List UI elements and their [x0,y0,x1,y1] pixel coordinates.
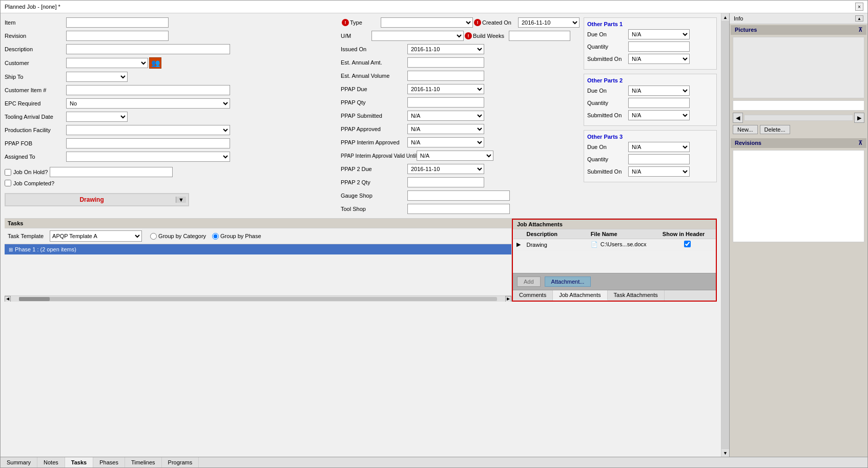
tab-tasks[interactable]: Tasks [65,457,93,467]
production-facility-label: Production Facility [5,127,66,133]
task-attachments-tab[interactable]: Task Attachments [608,290,665,301]
epc-required-row: EPC Required No [5,98,337,109]
close-button[interactable]: × [855,3,863,11]
vertical-scrollbar: ▲ ▼ [721,13,729,457]
group-by-category-input[interactable] [150,233,157,240]
attachments-data-table: Description File Name Show in Header ▶ D… [513,229,716,251]
revisions-collapse-icon[interactable]: ⊼ [858,140,862,146]
horizontal-scroll-track[interactable] [19,297,497,301]
panel-scroll-up[interactable]: ▲ [855,15,863,22]
tasks-toolbar: Task Template APQP Template A Group by C… [5,228,511,244]
est-annual-volume-input[interactable] [407,71,484,81]
ppap-interim-valid-select[interactable]: N/A [417,151,493,161]
ppap-due-select[interactable]: 2016-11-10 [407,84,484,94]
assigned-to-label: Assigned To [5,154,66,160]
job-on-hold-input[interactable] [50,167,173,177]
drawing-row: Drawing ▼ [5,193,337,206]
ppap-submitted-select[interactable]: N/A [407,111,484,121]
pictures-caption-input[interactable] [733,100,864,111]
revision-input[interactable] [66,31,169,41]
ppap-interim-approved-row: PPAP Interim Approved N/A [341,137,580,147]
group-by-phase-radio[interactable]: Group by Phase [212,233,261,240]
scroll-down-button[interactable]: ▼ [721,449,729,457]
tab-notes[interactable]: Notes [37,457,65,467]
op3-due-on-row: Due On N/A [587,142,713,152]
ppap-fob-input[interactable] [66,138,230,148]
op3-submitted-on-select[interactable]: N/A [628,166,690,177]
pictures-scrollbar[interactable] [744,115,853,121]
created-on-select[interactable]: 2016-11-10 [518,17,580,28]
main-content: Item Revision Description [1,13,867,457]
op3-quantity-row: Quantity [587,154,713,164]
add-button[interactable]: Add [517,276,541,287]
item-input[interactable] [66,17,169,28]
group-by-category-radio[interactable]: Group by Category [150,233,206,240]
ppap-qty-input[interactable] [407,97,484,108]
build-weeks-required-icon: ! [465,32,472,39]
est-annual-amt-label: Est. Annual Amt. [341,59,407,66]
created-on-required-icon: ! [474,19,481,26]
scroll-right-btn[interactable]: ▶ [505,296,511,302]
pictures-prev-btn[interactable]: ◀ [733,113,743,123]
ppap2-qty-input[interactable] [407,177,484,187]
scroll-left-btn[interactable]: ◀ [5,296,11,302]
production-facility-select[interactable] [66,125,230,135]
ppap-interim-approved-select[interactable]: N/A [407,137,484,147]
tab-timelines[interactable]: Timelines [125,457,162,467]
pictures-collapse-icon[interactable]: ⊼ [858,27,862,33]
ship-to-select[interactable] [66,72,128,82]
comments-tab[interactable]: Comments [513,290,553,301]
job-on-hold-checkbox[interactable] [5,169,11,176]
op3-submitted-on-label: Submitted On [587,168,628,175]
op2-quantity-input[interactable] [628,98,690,108]
op2-due-on-select[interactable]: N/A [628,86,690,96]
est-annual-amt-input[interactable] [407,57,484,68]
job-on-hold-row: Job On Hold? [5,167,337,177]
ship-to-row: Ship To [5,72,337,82]
build-weeks-input[interactable] [509,31,570,41]
op2-quantity-label: Quantity [587,100,628,106]
op3-due-on-select[interactable]: N/A [628,142,690,152]
op2-submitted-on-select[interactable]: N/A [628,110,690,120]
customer-item-label: Customer Item # [5,87,66,93]
ppap2-due-label: PPAP 2 Due [341,166,407,172]
pictures-delete-btn[interactable]: Delete... [760,125,790,134]
ppap2-due-select[interactable]: 2016-11-10 [407,164,484,174]
job-attachments-tab[interactable]: Job Attachments [553,290,607,301]
assigned-to-select[interactable] [66,152,230,162]
op1-submitted-on-select[interactable]: N/A [628,54,690,64]
description-input[interactable] [66,44,230,54]
um-select[interactable] [371,31,464,41]
op1-quantity-input[interactable] [628,41,690,52]
ppap-approved-select[interactable]: N/A [407,124,484,134]
pictures-new-btn[interactable]: New... [733,125,758,134]
tab-phases[interactable]: Phases [93,457,125,467]
tool-shop-input[interactable] [407,204,510,214]
horizontal-scroll-thumb[interactable] [19,297,50,301]
job-completed-checkbox[interactable] [5,180,11,186]
attachments-tabs: Comments Job Attachments Task Attachment… [513,290,716,301]
group-by-phase-input[interactable] [212,233,219,240]
customer-select[interactable] [66,58,148,68]
type-select[interactable] [381,17,473,28]
tab-summary[interactable]: Summary [1,457,37,467]
task-template-select[interactable]: APQP Template A [50,230,142,242]
epc-required-select[interactable]: No [66,98,230,109]
drawing-dropdown-arrow[interactable]: ▼ [176,197,186,203]
people-icon[interactable]: 👥 [149,57,161,69]
revisions-text-area [733,150,864,242]
customer-item-input[interactable] [66,85,230,95]
show-header-checkbox-1[interactable] [684,241,691,247]
drawing-button[interactable]: Drawing ▼ [5,193,189,206]
attachment-button[interactable]: Attachment... [545,276,591,287]
tab-programs[interactable]: Programs [162,457,199,467]
scroll-track-vertical[interactable] [721,22,729,449]
issued-on-select[interactable]: 2016-11-10 [407,44,484,54]
op1-due-on-select[interactable]: N/A [628,29,690,39]
pictures-next-btn[interactable]: ▶ [854,113,864,123]
tooling-arrival-select[interactable] [66,112,128,122]
op3-quantity-input[interactable] [628,154,690,164]
scroll-up-button[interactable]: ▲ [721,13,729,22]
gauge-shop-input[interactable] [407,190,510,201]
phase-1-row[interactable]: ⊞ Phase 1 : (2 open items) [5,244,511,254]
